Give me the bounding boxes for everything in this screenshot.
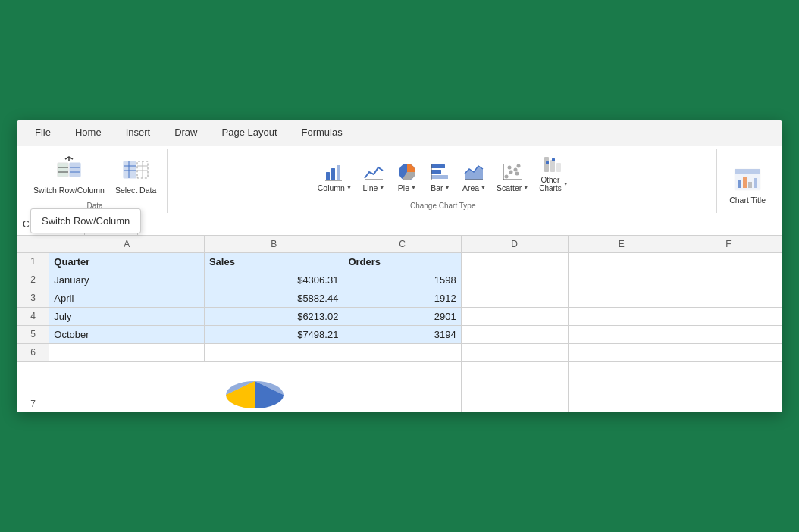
col-header-a[interactable]: A [49,236,205,252]
ribbon-group-data: Switch Row/Column [23,149,168,213]
chart-type-buttons: Column ▼ Line ▼ [314,149,572,210]
svg-point-30 [517,164,521,167]
switch-row-col-button[interactable]: Switch Row/Column [29,152,109,199]
area-dropdown-arrow: ▼ [481,185,486,190]
scatter-chart-icon [501,161,524,183]
corner-cell [17,236,49,252]
cell-e2[interactable] [568,271,675,289]
cell-f3[interactable] [675,289,782,307]
cell-c5[interactable]: 3194 [343,325,461,343]
tab-insert[interactable]: Insert [114,120,163,146]
row-header-4: 4 [17,307,49,325]
row-header-1: 1 [17,252,49,271]
column-chart-icon [323,161,346,183]
other-charts-icon [542,153,565,176]
formula-input[interactable] [138,214,782,235]
row-header-5: 5 [17,325,49,343]
other-charts-button[interactable]: OtherCharts ▼ [535,151,572,195]
cell-d6[interactable] [461,343,568,361]
table-row: 5 October $7498.21 3194 [17,325,782,343]
svg-rect-36 [556,163,561,172]
cell-f7[interactable] [675,361,782,412]
col-header-d[interactable]: D [461,236,568,252]
column-dropdown-arrow: ▼ [346,185,352,190]
tab-page-layout[interactable]: Page Layout [210,120,290,146]
svg-rect-44 [754,178,757,188]
cell-b6[interactable] [204,343,343,361]
chart-title-button[interactable]: Chart Title [725,161,770,208]
tab-draw[interactable]: Draw [162,120,209,146]
line-chart-button[interactable]: Line ▼ [359,158,389,195]
cell-b2[interactable]: $4306.31 [204,271,343,289]
col-header-e[interactable]: E [568,236,675,252]
svg-rect-16 [337,165,340,180]
svg-rect-6 [124,161,136,178]
cell-d4[interactable] [461,307,568,325]
cell-c2[interactable]: 1598 [343,271,461,289]
cell-a5[interactable]: October [49,325,205,343]
col-header-b[interactable]: B [204,236,343,252]
cell-e6[interactable] [568,343,675,361]
spreadsheet: A B C D E F 1 Quarter Sales Orders [17,236,782,412]
pie-chart-button[interactable]: Pie ▼ [392,158,422,195]
column-header-row: A B C D E F [17,236,782,252]
col-header-f[interactable]: F [675,236,782,252]
cell-a3[interactable]: April [49,289,205,307]
cell-f6[interactable] [675,343,782,361]
cell-b4[interactable]: $6213.02 [204,307,343,325]
cell-e1[interactable] [568,252,675,271]
cell-a2[interactable]: January [49,271,205,289]
cell-d2[interactable] [461,271,568,289]
cell-b1[interactable]: Sales [204,252,343,271]
ribbon-group-chart-title: Chart Title [719,149,776,213]
select-data-icon [121,155,151,185]
svg-point-31 [514,167,518,171]
switch-row-col-icon [54,155,84,185]
cell-e5[interactable] [568,325,675,343]
select-data-button[interactable]: Select Data [111,152,161,199]
scatter-chart-label: Scatter ▼ [497,183,528,192]
svg-rect-40 [735,169,760,174]
row-header-7: 7 [17,361,49,412]
tooltip: Switch Row/Column [30,208,141,233]
cell-b3[interactable]: $5882.44 [204,289,343,307]
row-header-2: 2 [17,271,49,289]
cell-e7[interactable] [568,361,675,412]
chart-title-icon [732,164,763,195]
other-charts-label: OtherCharts ▼ [539,176,568,192]
tab-formulas[interactable]: Formulas [290,120,355,146]
svg-rect-1 [70,163,80,177]
change-chart-type-label: Change Chart Type [410,202,476,210]
cell-a6[interactable] [49,343,205,361]
cell-d3[interactable] [461,289,568,307]
bar-chart-button[interactable]: Bar ▼ [425,158,456,195]
table-row-chart: 7 [17,361,782,412]
table-row: 2 January $4306.31 1598 [17,271,782,289]
cell-c4[interactable]: 2901 [343,307,461,325]
cell-e3[interactable] [568,289,675,307]
scatter-chart-button[interactable]: Scatter ▼ [493,158,532,195]
svg-rect-41 [738,180,741,188]
cell-f2[interactable] [675,271,782,289]
cell-d7[interactable] [461,361,568,412]
cell-c6[interactable] [343,343,461,361]
cell-e4[interactable] [568,307,675,325]
cell-f5[interactable] [675,325,782,343]
cell-c3[interactable]: 1912 [343,289,461,307]
cell-d1[interactable] [461,252,568,271]
bar-chart-label: Bar ▼ [431,183,450,192]
col-header-c[interactable]: C [343,236,461,252]
cell-f1[interactable] [675,252,782,271]
area-chart-button[interactable]: Area ▼ [459,158,490,195]
cell-d5[interactable] [461,325,568,343]
cell-a4[interactable]: July [49,307,205,325]
tab-file[interactable]: File [23,120,63,146]
svg-rect-22 [431,175,448,179]
tab-home[interactable]: Home [63,120,114,146]
cell-a1[interactable]: Quarter [49,252,205,271]
cell-c1[interactable]: Orders [343,252,461,271]
cell-f4[interactable] [675,307,782,325]
switch-row-col-label: Switch Row/Column [33,186,105,196]
cell-b5[interactable]: $7498.21 [204,325,343,343]
column-chart-button[interactable]: Column ▼ [314,158,356,195]
